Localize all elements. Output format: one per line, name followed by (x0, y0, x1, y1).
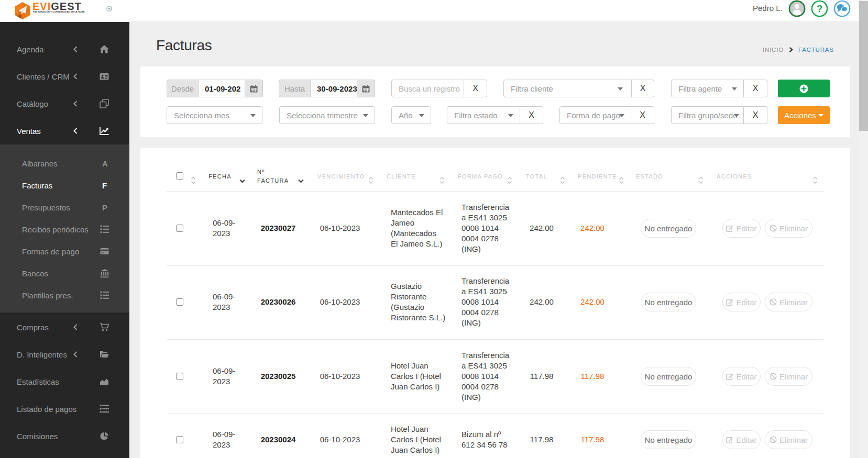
svg-text:?: ? (817, 3, 823, 14)
